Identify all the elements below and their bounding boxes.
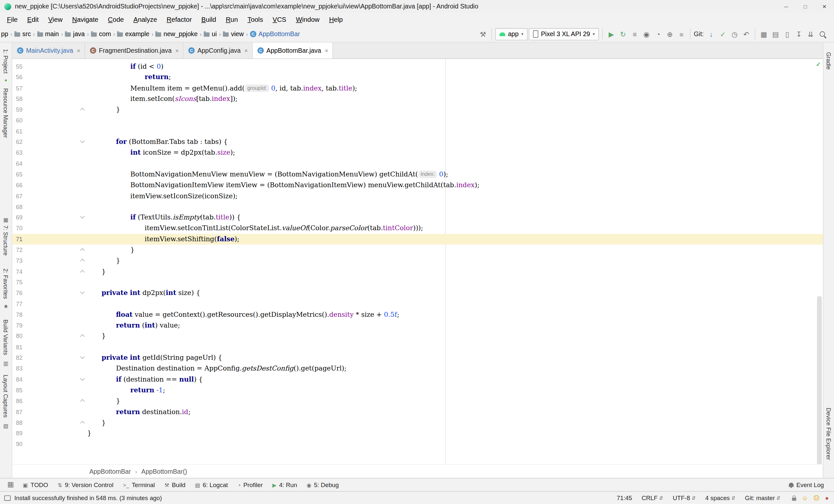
tab-fragmentdestination-java[interactable]: CFragmentDestination.java× [85, 43, 183, 59]
tool-build[interactable]: ⚒Build [160, 482, 190, 488]
breadcrumb-item-example[interactable]: example [117, 30, 150, 38]
encoding[interactable]: UTF-8⇵ [673, 495, 696, 501]
menu-code[interactable]: Code [103, 15, 129, 24]
device-select[interactable]: Pixel 3 XL API 29 ▾ [529, 28, 599, 40]
fold-marker-icon[interactable] [79, 245, 86, 255]
code-line-64[interactable]: 64 [13, 158, 823, 169]
breadcrumb-item-view[interactable]: view [223, 30, 244, 38]
tool-todo[interactable]: ▣TODO [18, 482, 53, 488]
menu-run[interactable]: Run [221, 15, 243, 24]
fold-marker-icon[interactable] [79, 104, 86, 115]
stripe-dot-icon[interactable]: ● [4, 78, 7, 83]
status-message-area[interactable]: Install successfully finished in 548 ms.… [4, 495, 162, 501]
tab-appbottombar-java[interactable]: CAppBottomBar.java× [253, 43, 333, 59]
breadcrumb-item-pp[interactable]: pp [1, 30, 8, 38]
fold-marker-icon[interactable] [79, 266, 86, 277]
menu-analyze[interactable]: Analyze [129, 15, 162, 24]
breadcrumb-item-com[interactable]: com [91, 30, 111, 38]
tool-version-control[interactable]: ⇅9: Version Control [53, 482, 118, 488]
stripe-device-file-explorer[interactable]: Device File Explorer [826, 408, 832, 460]
profile-button[interactable]: ◔ [653, 29, 664, 39]
caret-position[interactable]: 71:45 [617, 495, 632, 501]
breadcrumb-method[interactable]: AppBottomBar() [141, 467, 187, 475]
code-line-57[interactable]: 57MenuItem item = getMenu().add(groupId:… [13, 83, 823, 93]
breadcrumb-item-new_ppjoke[interactable]: new_ppjoke [155, 30, 197, 38]
layout-inspector-button[interactable]: ▤ [770, 29, 781, 39]
fold-marker-icon[interactable] [79, 255, 86, 266]
run-button[interactable]: ▶ [606, 29, 617, 39]
stripe-build-variants[interactable]: Build Variants [3, 320, 9, 355]
code-line-73[interactable]: 73} [13, 255, 823, 266]
menu-help[interactable]: Help [324, 15, 347, 24]
maximize-button[interactable]: □ [796, 0, 815, 13]
menu-view[interactable]: View [43, 15, 67, 24]
code-line-55[interactable]: 55if (id < 0) [13, 61, 823, 72]
breadcrumb-item-java[interactable]: java [65, 30, 85, 38]
code-line-86[interactable]: 86} [13, 395, 823, 406]
code-line-82[interactable]: 82private int getId(String pageUrl) { [13, 352, 823, 363]
project-structure-button[interactable]: ▦ [759, 29, 769, 39]
code-line-83[interactable]: 83Destination destination = AppConfig.ge… [13, 363, 823, 374]
menu-navigate[interactable]: Navigate [67, 15, 103, 24]
code-line-75[interactable]: 75 [13, 277, 823, 288]
menu-refactor[interactable]: Refactor [162, 15, 197, 24]
menu-vcs[interactable]: VCS [268, 15, 291, 24]
code-line-66[interactable]: 66BottomNavigationItemView itemView = (B… [13, 180, 823, 190]
scrollbar-thumb[interactable] [817, 296, 822, 464]
toolwindow-switcher-icon[interactable] [3, 482, 18, 487]
code-line-70[interactable]: 70itemView.setIconTintList(ColorStateLis… [13, 223, 823, 234]
code-line-89[interactable]: 89} [13, 428, 823, 439]
tool-logcat[interactable]: ▤6: Logcat [190, 482, 233, 488]
stripe-layout-captures[interactable]: Layout Captures [3, 375, 9, 418]
stop-button[interactable]: ■ [676, 29, 687, 39]
stripe-project[interactable]: 1: Project [3, 49, 9, 74]
run-config-select[interactable]: app ▾ [495, 28, 528, 40]
code-line-59[interactable]: 59} [13, 104, 823, 115]
debug-button[interactable]: ◉ [641, 29, 652, 39]
breadcrumb-class[interactable]: AppBottomBar [89, 467, 131, 475]
stripe-resource-manager[interactable]: Resource Manager [3, 89, 9, 138]
close-icon[interactable]: × [175, 47, 179, 54]
code-line-69[interactable]: 69if (TextUtils.isEmpty(tab.title)) { [13, 212, 823, 223]
sdk-manager-button[interactable]: ↧ [794, 29, 804, 39]
code-editor[interactable]: 55if (id < 0)56return;57MenuItem item = … [13, 59, 823, 464]
code-line-74[interactable]: 74} [13, 266, 823, 277]
fold-marker-icon[interactable] [79, 417, 86, 428]
code-line-72[interactable]: 72} [13, 245, 823, 255]
code-line-61[interactable]: 61 [13, 126, 823, 137]
stripe-favorites[interactable]: 2: Favorites [3, 268, 9, 299]
code-line-80[interactable]: 80} [13, 331, 823, 342]
tab-mainactivity-java[interactable]: CMainActivity.java× [13, 43, 85, 59]
fold-marker-icon[interactable] [79, 331, 86, 342]
rollback-button[interactable]: ↶ [741, 29, 751, 39]
fold-marker-icon[interactable] [79, 395, 86, 406]
build-hammer-icon[interactable]: ⚒ [478, 29, 488, 39]
code-line-88[interactable]: 88} [13, 417, 823, 428]
code-line-71[interactable]: 71itemView.setShifting(false); [13, 234, 823, 245]
attach-debugger-button[interactable]: ⊕ [665, 29, 675, 39]
stripe-structure-icon[interactable]: ▦ [3, 217, 8, 223]
close-icon[interactable]: × [325, 47, 328, 54]
menu-build[interactable]: Build [196, 15, 221, 24]
code-line-67[interactable]: 67itemView.setIconSize(iconSize); [13, 190, 823, 201]
menu-file[interactable]: File [2, 15, 22, 24]
line-separator[interactable]: CRLF⇵ [641, 495, 663, 501]
avd-manager-button[interactable]: ▯ [782, 29, 793, 39]
code-line-84[interactable]: 84if (destination == null) { [13, 374, 823, 385]
indent-style[interactable]: 4 spaces⇵ [705, 495, 735, 501]
code-area[interactable]: 55if (id < 0)56return;57MenuItem item = … [13, 59, 823, 464]
close-icon[interactable]: × [244, 47, 248, 54]
code-line-81[interactable]: 81 [13, 342, 823, 352]
notifications-indicator-icon[interactable]: ● [825, 495, 829, 501]
stripe-structure[interactable]: 7: Structure [3, 225, 9, 256]
search-everywhere-button[interactable] [817, 29, 828, 39]
code-line-90[interactable]: 90 [13, 439, 823, 450]
close-icon[interactable]: × [77, 47, 81, 54]
code-line-68[interactable]: 68 [13, 202, 823, 212]
code-line-77[interactable]: 77 [13, 299, 823, 309]
tool-run[interactable]: ▶4: Run [267, 482, 302, 488]
menu-tools[interactable]: Tools [243, 15, 268, 24]
code-line-79[interactable]: 79return (int) value; [13, 320, 823, 331]
breadcrumb-item-ui[interactable]: ui [204, 30, 217, 38]
breadcrumb-item-main[interactable]: main [37, 30, 59, 38]
